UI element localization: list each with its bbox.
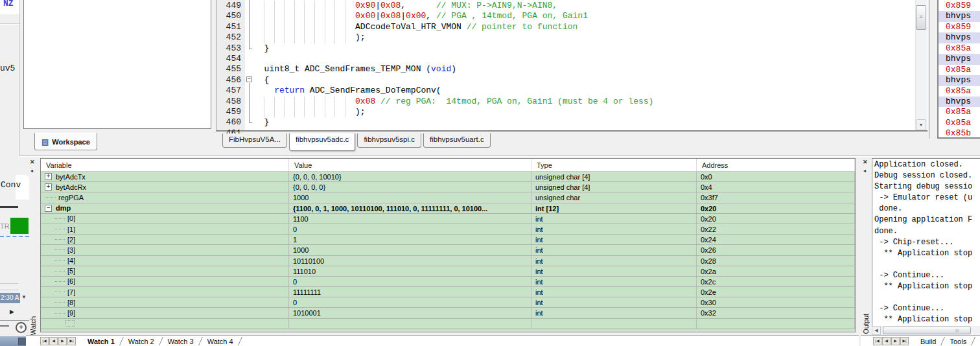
workspace-panel[interactable] bbox=[23, 0, 211, 129]
close-icon[interactable]: ✕ bbox=[863, 159, 868, 165]
line-number: 458 bbox=[216, 97, 241, 107]
watch-rows: +bytAdcTx{0, 0, 0, 10010}unsigned char [… bbox=[41, 172, 855, 329]
zoom-in-icon[interactable]: + bbox=[16, 322, 27, 333]
line-number: 459 bbox=[216, 107, 241, 117]
watch-row[interactable]: [9]1010001int0x32 bbox=[41, 308, 855, 318]
variable-name: [0] bbox=[67, 214, 75, 222]
chevron-down-icon[interactable]: ▼ bbox=[21, 294, 27, 300]
log-line: Application closed. bbox=[874, 159, 980, 170]
play-icon[interactable]: ▶ bbox=[10, 308, 14, 315]
watch-row[interactable]: [2]1int0x24 bbox=[41, 235, 855, 245]
variable-name: [8] bbox=[67, 299, 75, 306]
collapse-minus-icon[interactable]: − bbox=[45, 205, 52, 212]
watch-row[interactable]: +bytAdcRx{0, 0, 0, 0}unsigned char [4]0x… bbox=[41, 182, 855, 192]
tab-scroll-button[interactable]: ◀ bbox=[49, 337, 58, 345]
watch-row[interactable]: [8]0int0x30 bbox=[41, 297, 855, 308]
code-line: } bbox=[254, 43, 914, 54]
code-line: ); bbox=[254, 32, 914, 43]
column-header-type[interactable]: Type bbox=[531, 159, 697, 171]
watch-row[interactable]: [1]0int0x22 bbox=[41, 224, 855, 235]
watch-row[interactable]: [7]11111111int0x2e bbox=[41, 287, 855, 297]
output-panel-label: Output bbox=[862, 314, 870, 334]
variable-name: bytAdcRx bbox=[56, 183, 86, 191]
scrollbar-thumb[interactable]: ||| bbox=[883, 327, 971, 334]
address-cell: 0x2c bbox=[697, 277, 855, 286]
editor-tab-fibhvpsuv5uart-c[interactable]: fibhvpsuv5uart.c bbox=[423, 133, 491, 148]
collapse-left-icon[interactable]: ◂ bbox=[863, 168, 866, 174]
line-number: 452 bbox=[216, 32, 241, 43]
column-header-value[interactable]: Value bbox=[289, 159, 531, 171]
line-number: 455 bbox=[216, 64, 241, 75]
tab-tools[interactable]: Tools bbox=[943, 337, 973, 345]
value-cell: {0, 0, 0, 0} bbox=[289, 182, 531, 192]
watch-table-header: Variable Value Type Address bbox=[41, 159, 855, 172]
tab-workspace[interactable]: ▤ Workspace bbox=[34, 133, 97, 150]
log-line: Opening application F bbox=[874, 214, 980, 225]
tab-scroll-button[interactable]: ▶| bbox=[900, 337, 909, 345]
watch-row[interactable]: regPGA1000unsigned char0x3f7 bbox=[41, 192, 855, 203]
fold-minus-icon[interactable]: − bbox=[246, 76, 252, 82]
tab-scroll-button[interactable]: ▶ bbox=[891, 337, 900, 345]
debug-log[interactable]: Application closed.Debug session closed.… bbox=[872, 158, 980, 326]
type-cell: int bbox=[531, 308, 697, 317]
editor-tab-fibhvpsuv5adc-c[interactable]: fibhvpsuv5adc.c bbox=[289, 133, 355, 151]
column-header-variable[interactable]: Variable bbox=[41, 159, 289, 171]
tab-scroll-button[interactable]: ▶| bbox=[67, 337, 76, 345]
variable-cell: [6] bbox=[41, 277, 289, 286]
watch-row[interactable]: [3]1000int0x26 bbox=[41, 245, 855, 255]
tab-watch-4[interactable]: Watch 4 bbox=[201, 337, 240, 345]
line-number: 454 bbox=[216, 54, 241, 64]
tab-build[interactable]: Build bbox=[914, 337, 942, 345]
new-watch-placeholder[interactable] bbox=[65, 320, 75, 327]
watch-row[interactable]: −dmp{1100, 0, 1, 1000, 10110100, 111010,… bbox=[41, 203, 855, 214]
watch-row[interactable]: [4]10110100int0x28 bbox=[41, 256, 855, 266]
variable-name: [9] bbox=[67, 309, 75, 317]
close-icon[interactable]: ✕ bbox=[30, 159, 35, 165]
tab-scroll-button[interactable]: ▶ bbox=[58, 337, 67, 345]
disassembly-line: bhvps bbox=[939, 75, 980, 86]
variable-cell: [7] bbox=[41, 287, 289, 297]
watch-row[interactable]: [0]1100int0x20 bbox=[41, 214, 855, 224]
column-header-address[interactable]: Address bbox=[697, 159, 855, 171]
tab-watch-3[interactable]: Watch 3 bbox=[161, 337, 200, 345]
fold-collapse-control[interactable]: − bbox=[245, 75, 254, 85]
collapse-left-icon[interactable]: ◂ bbox=[30, 168, 33, 174]
log-line: -> Continue... bbox=[874, 303, 980, 314]
log-horizontal-scrollbar[interactable]: ◀ ||| bbox=[872, 326, 980, 335]
scroll-down-button[interactable]: ▼ bbox=[916, 119, 926, 130]
log-line: ** Application stop bbox=[874, 314, 980, 325]
green-status-indicator bbox=[10, 218, 29, 234]
editor-tab-fibhvpsuv5spi-c[interactable]: fibhvpsuv5spi.c bbox=[357, 133, 421, 148]
tab-watch-1[interactable]: Watch 1 bbox=[81, 337, 121, 345]
tab-scroll-button[interactable]: ◀ bbox=[882, 337, 891, 345]
tab-scroll-button[interactable]: |◀ bbox=[40, 337, 49, 345]
address-cell: 0x32 bbox=[697, 308, 855, 317]
line-number: 456 bbox=[216, 75, 241, 86]
code-line: 0x08 // reg PGA: 14tmod, PGA on, Gain1 (… bbox=[254, 97, 914, 107]
disassembly-panel[interactable]: 0x859bhvps0x859bhvps0x85abhvps0x85abhvps… bbox=[937, 0, 980, 139]
tab-scroll-button[interactable]: |◀ bbox=[873, 337, 881, 345]
zoom-out-icon[interactable] bbox=[0, 325, 9, 327]
editor-tab-fibhvpsuv5a-[interactable]: FibHvpsuV5A... bbox=[222, 133, 287, 148]
variable-cell: [3] bbox=[41, 245, 289, 255]
value-cell: 0 bbox=[289, 224, 531, 234]
code-line: { bbox=[254, 75, 914, 86]
scrollbar-thumb[interactable]: ≡ bbox=[916, 5, 926, 30]
address-cell: 0x20 bbox=[697, 214, 855, 224]
expand-plus-icon[interactable]: + bbox=[45, 183, 52, 190]
address-cell: 0x30 bbox=[697, 297, 855, 307]
variable-cell: regPGA bbox=[41, 192, 289, 202]
line-number: 453 bbox=[216, 43, 241, 54]
code-line: } bbox=[254, 117, 914, 128]
variable-name: bytAdcTx bbox=[56, 173, 86, 181]
watch-row[interactable]: +bytAdcTx{0, 0, 0, 10010}unsigned char [… bbox=[41, 172, 855, 182]
code-editor-area[interactable]: 0x90|0x08, // MUX: P->AIN9,N->AIN8, 0x00… bbox=[254, 0, 914, 130]
watch-row[interactable]: [6]0int0x2c bbox=[41, 277, 855, 287]
output-tab-bar: |◀◀▶▶| BuildTools bbox=[861, 335, 980, 346]
watch-row[interactable]: [5]111010int0x2a bbox=[41, 266, 855, 277]
background-text-conv: Conv bbox=[1, 180, 21, 190]
tab-watch-2[interactable]: Watch 2 bbox=[122, 337, 161, 345]
scroll-left-button[interactable]: ◀ bbox=[872, 326, 881, 335]
expand-plus-icon[interactable]: + bbox=[45, 173, 52, 180]
watch-row[interactable] bbox=[41, 319, 855, 329]
